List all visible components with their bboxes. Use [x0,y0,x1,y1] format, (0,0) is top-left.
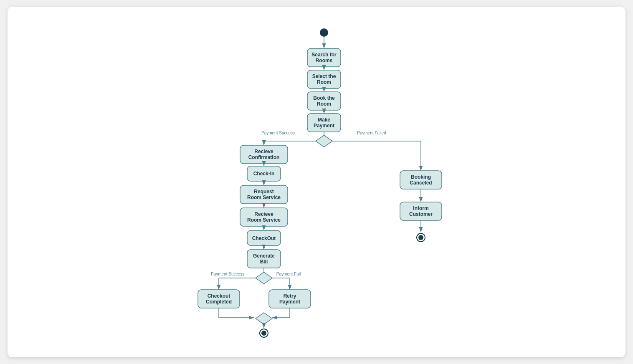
label-payment-failed: Payment Failed [357,131,386,135]
end-node-2-inner [418,235,423,240]
end-node-1-inner [261,331,266,336]
diagram-container: Search for Rooms Select the Room Book th… [8,7,625,357]
label-payment-success-bottom: Payment Success [211,272,244,276]
start-node [320,28,328,37]
node-complete-text2: Completed [206,299,232,305]
decision-checkout-payment [256,272,272,284]
node-confirm-text1: Recieve [254,149,273,154]
node-recieve-text2: Room Service [247,217,281,223]
node-select-text1: Select the [312,73,336,79]
decision-final [256,313,272,324]
node-book-text2: Room [317,101,331,107]
label-payment-fail-bottom: Payment Fail [276,272,301,276]
node-recieve-text1: Recieve [254,211,273,217]
node-checkout-text: CheckOut [252,235,276,241]
node-roomservice-text2: Room Service [247,195,281,200]
node-inform-text1: Inform [413,205,428,211]
node-complete-text1: Checkout [208,293,230,299]
node-search-text2: Rooms [316,58,333,63]
node-genbill-text2: Bill [260,259,268,265]
node-payment-text1: Make [318,117,330,123]
node-select-text2: Room [317,79,331,85]
node-inform-text2: Customer [409,211,433,217]
node-roomservice-text1: Request [254,189,273,195]
node-book-text1: Book the [313,95,335,101]
node-canceled-text1: Booking [411,174,431,180]
node-retry-text1: Retry [284,293,296,299]
node-search-text1: Search for [311,52,337,58]
decision-payment [316,135,332,147]
node-checkin-text: Check-In [253,171,275,177]
node-payment-text2: Payment [314,123,334,129]
label-payment-success: Payment Success [261,131,295,135]
node-genbill-text1: Generate [253,253,275,259]
node-confirm-text2: Confirmation [248,154,280,160]
node-retry-text2: Payment [279,299,300,305]
node-canceled-text2: Canceled [410,180,432,186]
